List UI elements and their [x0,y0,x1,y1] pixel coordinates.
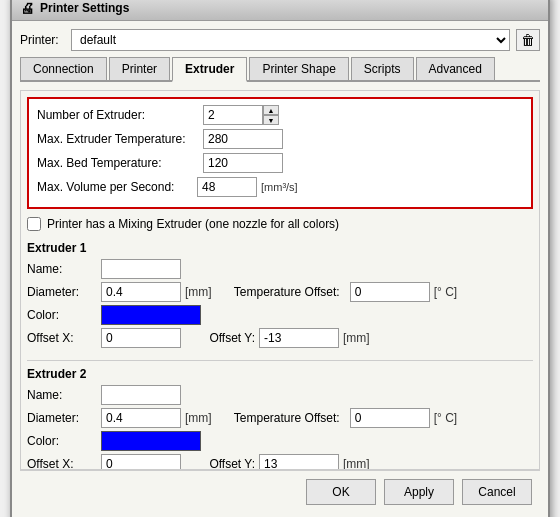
extruder2-diameter-input[interactable] [101,408,181,428]
num-extruder-spinner-btns: ▲ ▼ [263,105,279,125]
extruder1-offset-x-input[interactable] [101,328,181,348]
extruder2-temp-offset-label: Temperature Offset: [216,411,346,425]
max-bed-temp-input[interactable] [203,153,283,173]
tab-connection[interactable]: Connection [20,57,107,80]
printer-label: Printer: [20,33,65,47]
max-volume-unit: [mm³/s] [261,181,298,193]
extruder1-name-label: Name: [27,262,97,276]
mixing-extruder-label: Printer has a Mixing Extruder (one nozzl… [47,217,339,231]
extruder1-temp-offset-unit: [° C] [434,285,457,299]
extruder1-temp-offset-label: Temperature Offset: [216,285,346,299]
extruder2-offset-y-label: Offset Y: [185,457,255,470]
apply-button[interactable]: Apply [384,479,454,505]
max-bed-temp-row: Max. Bed Temperature: [37,153,523,173]
printer-settings-window: 🖨 Printer Settings Printer: default 🗑 Co… [10,0,550,517]
extruder2-temp-offset-unit: [° C] [434,411,457,425]
max-ext-temp-row: Max. Extruder Temperature: [37,129,523,149]
extruder1-section: Extruder 1 Name: Diameter: [mm] Temperat… [27,241,533,348]
highlighted-settings: Number of Extruder: ▲ ▼ Max. Extruder Te… [27,97,533,209]
num-extruder-row: Number of Extruder: ▲ ▼ [37,105,523,125]
extruder2-diameter-row: Diameter: [mm] Temperature Offset: [° C] [27,408,533,428]
extruder2-offset-x-input[interactable] [101,454,181,470]
extruder1-diameter-label: Diameter: [27,285,97,299]
max-bed-temp-label: Max. Bed Temperature: [37,156,197,170]
extruder2-offset-x-label: Offset X: [27,457,97,470]
extruder1-name-row: Name: [27,259,533,279]
tab-advanced[interactable]: Advanced [416,57,495,80]
extruder1-color-swatch[interactable] [101,305,201,325]
extruder2-offset-y-input[interactable] [259,454,339,470]
extruder1-offset-y-label: Offset Y: [185,331,255,345]
extruder2-section: Extruder 2 Name: Diameter: [mm] Temperat… [27,367,533,470]
extruder1-color-label: Color: [27,308,97,322]
tab-printer[interactable]: Printer [109,57,170,80]
extruder1-color-row: Color: [27,305,533,325]
scroll-area[interactable]: Number of Extruder: ▲ ▼ Max. Extruder Te… [20,90,540,470]
num-extruder-label: Number of Extruder: [37,108,197,122]
ok-button[interactable]: OK [306,479,376,505]
extruder2-color-row: Color: [27,431,533,451]
button-bar: OK Apply Cancel [20,470,540,513]
printer-icon: 🖨 [20,0,34,16]
tabs-bar: Connection Printer Extruder Printer Shap… [20,57,540,82]
extruder1-offset-row: Offset X: Offset Y: [mm] [27,328,533,348]
extruder1-temp-offset-input[interactable] [350,282,430,302]
delete-printer-button[interactable]: 🗑 [516,29,540,51]
tab-printer-shape[interactable]: Printer Shape [249,57,348,80]
max-ext-temp-label: Max. Extruder Temperature: [37,132,197,146]
extruder1-offset-y-input[interactable] [259,328,339,348]
section-divider [27,360,533,361]
extruder2-name-label: Name: [27,388,97,402]
extruder2-title: Extruder 2 [27,367,533,381]
extruder2-offset-row: Offset X: Offset Y: [mm] [27,454,533,470]
title-bar: 🖨 Printer Settings [12,0,548,21]
max-volume-label: Max. Volume per Second: [37,180,197,194]
extruder1-offset-y-unit: [mm] [343,331,370,345]
num-extruder-up-btn[interactable]: ▲ [263,105,279,115]
extruder1-title: Extruder 1 [27,241,533,255]
extruder1-offset-x-label: Offset X: [27,331,97,345]
extruder1-name-input[interactable] [101,259,181,279]
extruder1-diameter-unit: [mm] [185,285,212,299]
extruder1-diameter-input[interactable] [101,282,181,302]
extruder2-color-label: Color: [27,434,97,448]
tab-scripts[interactable]: Scripts [351,57,414,80]
printer-select-wrapper: default [71,29,510,51]
num-extruder-input[interactable] [203,105,263,125]
num-extruder-spinner: ▲ ▼ [203,105,279,125]
extruder2-name-row: Name: [27,385,533,405]
extruder2-diameter-unit: [mm] [185,411,212,425]
window-title: Printer Settings [40,1,129,15]
max-volume-input[interactable] [197,177,257,197]
extruder2-diameter-label: Diameter: [27,411,97,425]
printer-select[interactable]: default [71,29,510,51]
extruder2-offset-y-unit: [mm] [343,457,370,470]
extruder2-name-input[interactable] [101,385,181,405]
max-volume-row: Max. Volume per Second: [mm³/s] [37,177,523,197]
extruder2-temp-offset-input[interactable] [350,408,430,428]
max-ext-temp-input[interactable] [203,129,283,149]
num-extruder-down-btn[interactable]: ▼ [263,115,279,125]
extruder2-color-swatch[interactable] [101,431,201,451]
mixing-extruder-checkbox[interactable] [27,217,41,231]
printer-row: Printer: default 🗑 [20,29,540,51]
tab-extruder[interactable]: Extruder [172,57,247,82]
mixing-extruder-row: Printer has a Mixing Extruder (one nozzl… [27,217,533,231]
extruder1-diameter-row: Diameter: [mm] Temperature Offset: [° C] [27,282,533,302]
cancel-button[interactable]: Cancel [462,479,532,505]
